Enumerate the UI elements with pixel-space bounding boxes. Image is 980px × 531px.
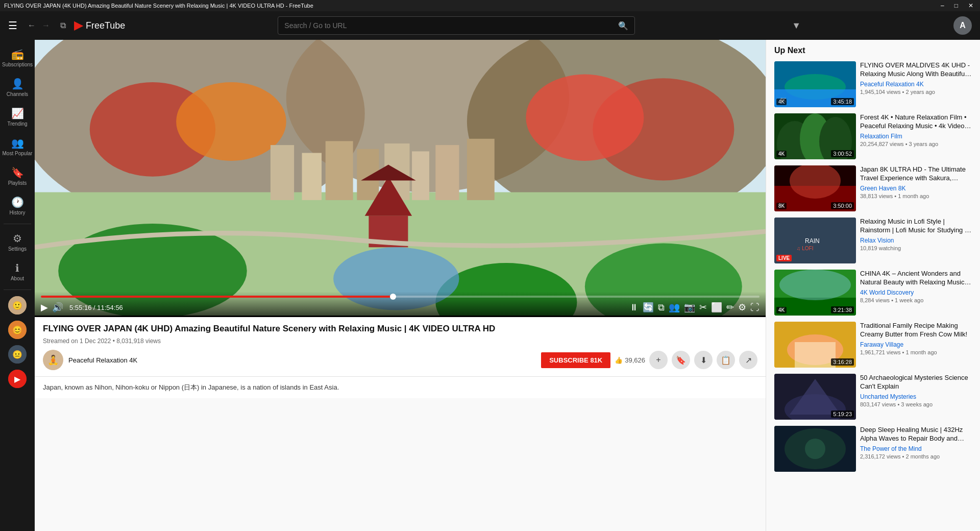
- share-button[interactable]: ↗: [739, 351, 757, 369]
- video-controls: ▶ 🔊 5:55:16 / 11:54:56 ⏸ 🔄 ⧉ 👥: [35, 292, 766, 317]
- channel-avatar-1[interactable]: 🙂: [8, 296, 27, 315]
- rec-title: Relaxing Music in Lofi Style | Rainstorm…: [860, 218, 972, 235]
- like-count: 👍 39,626: [615, 356, 645, 364]
- bookmark-button[interactable]: 🔖: [672, 351, 690, 369]
- rec-info: Traditional Family Recipe Making Creamy …: [860, 322, 972, 368]
- filter-icon[interactable]: ▼: [792, 20, 801, 31]
- settings-icon: ⚙: [13, 232, 22, 245]
- copy-link-button[interactable]: 📋: [717, 351, 735, 369]
- user-avatar[interactable]: A: [953, 16, 972, 35]
- titlebar: FLYING OVER JAPAN (4K UHD) Amazing Beaut…: [0, 0, 980, 11]
- channel-avatar-sm[interactable]: 🧘: [43, 350, 63, 370]
- logo-text: FreeTube: [86, 20, 125, 31]
- recommendation-item[interactable]: Deep Sleep Healing Music | 432Hz Alpha W…: [774, 426, 972, 472]
- fullscreen-button[interactable]: ⛶: [750, 302, 760, 313]
- forward-arrow-icon[interactable]: →: [40, 19, 52, 32]
- recommendation-item[interactable]: 4K 4K 3:45:18 FLYING OVER MALDIVES 4K UH…: [774, 61, 972, 107]
- rec-info: 50 Archaeological Mysteries Science Can'…: [860, 374, 972, 420]
- avatar-letter: A: [960, 21, 966, 30]
- thumbs-up-icon: 👍: [615, 356, 623, 364]
- sidebar-label-history: History: [9, 210, 25, 215]
- close-button[interactable]: ✕: [966, 2, 976, 9]
- rec-meta: 20,254,827 views • 3 years ago: [860, 141, 972, 147]
- sidebar-item-trending[interactable]: 📈 Trending: [0, 103, 35, 131]
- screenshot-button[interactable]: ✂: [699, 302, 707, 313]
- sidebar-item-history[interactable]: 🕐 History: [0, 192, 35, 220]
- recommendation-item[interactable]: 4K 4K 3:00:52 Forest 4K • Nature Relaxat…: [774, 113, 972, 159]
- video-info: FLYING OVER JAPAN (4K UHD) Amazing Beaut…: [35, 317, 766, 377]
- pause-button[interactable]: ⏸: [629, 302, 639, 313]
- window-title: FLYING OVER JAPAN (4K UHD) Amazing Beaut…: [4, 3, 938, 9]
- search-input[interactable]: [284, 21, 614, 30]
- about-icon: ℹ: [15, 262, 19, 274]
- rec-channel: Green Haven 8K: [860, 185, 972, 192]
- rec-info: Deep Sleep Healing Music | 432Hz Alpha W…: [860, 426, 972, 472]
- recommendation-item[interactable]: RAIN♫ LOFI LIVE Relaxing Music in Lofi S…: [774, 218, 972, 263]
- sidebar-item-settings[interactable]: ⚙ Settings: [0, 228, 35, 256]
- add-to-playlist-button[interactable]: +: [649, 351, 668, 369]
- freetube-icon[interactable]: ▶: [8, 370, 27, 388]
- play-button[interactable]: ▶: [41, 302, 48, 313]
- edit-button[interactable]: ✏: [726, 302, 734, 313]
- video-meta: Streamed on 1 Dec 2022 • 8,031,918 views: [43, 337, 757, 345]
- progress-thumb: [390, 294, 396, 300]
- settings-button[interactable]: ⚙: [738, 302, 746, 313]
- recommendation-item[interactable]: 8K 8K 3:50:00 Japan 8K ULTRA HD - The Ul…: [774, 165, 972, 211]
- svg-rect-18: [302, 153, 322, 200]
- sidebar-item-most-popular[interactable]: 👥 Most Popular: [0, 133, 35, 160]
- loop-button[interactable]: 🔄: [643, 302, 654, 313]
- minimize-button[interactable]: –: [938, 2, 947, 9]
- duration-badge: 3:21:38: [831, 306, 854, 313]
- rec-title: Deep Sleep Healing Music | 432Hz Alpha W…: [860, 426, 972, 443]
- copy-url-icon[interactable]: ⧉: [60, 21, 66, 30]
- rec-channel: The Power of the Mind: [860, 445, 972, 452]
- volume-button[interactable]: 🔊: [52, 302, 63, 313]
- main-content: ▶ 🔊 5:55:16 / 11:54:56 ⏸ 🔄 ⧉ 👥: [35, 40, 980, 531]
- rec-thumbnail: 4K 4K 3:00:52: [774, 113, 856, 159]
- window-controls[interactable]: – □ ✕: [938, 2, 976, 9]
- mini-player-button[interactable]: ⬜: [711, 302, 722, 313]
- svg-point-53: [779, 270, 851, 300]
- rec-meta: 38,813 views • 1 month ago: [860, 193, 972, 199]
- rec-channel: Relax Vision: [860, 237, 972, 244]
- back-arrow-icon[interactable]: ←: [26, 19, 38, 32]
- recommendation-item[interactable]: 3:16:28 Traditional Family Recipe Making…: [774, 322, 972, 368]
- hamburger-menu-icon[interactable]: ☰: [8, 19, 17, 32]
- sidebar-label-most-popular: Most Popular: [3, 151, 33, 156]
- recommendation-item[interactable]: 4K 4K 3:21:38 CHINA 4K – Ancient Wonders…: [774, 270, 972, 316]
- maximize-button[interactable]: □: [952, 2, 961, 9]
- sidebar-item-playlists[interactable]: 🔖 Playlists: [0, 162, 35, 190]
- duration-badge: 3:00:52: [831, 150, 854, 157]
- progress-bar[interactable]: [41, 296, 760, 298]
- theater-button[interactable]: 👥: [669, 302, 680, 313]
- svg-point-13: [176, 82, 286, 161]
- search-icon[interactable]: 🔍: [618, 21, 628, 31]
- rec-thumbnail: 4K 4K 3:45:18: [774, 61, 856, 107]
- sidebar-item-channels[interactable]: 👤 Channels: [0, 74, 35, 101]
- logo[interactable]: ▶ FreeTube: [74, 19, 125, 32]
- recommendation-item[interactable]: 5:19:23 50 Archaeological Mysteries Scie…: [774, 374, 972, 420]
- rec-meta: 803,147 views • 3 weeks ago: [860, 401, 972, 407]
- sidebar-divider-2: [4, 289, 31, 290]
- history-icon: 🕐: [11, 196, 24, 208]
- video-player[interactable]: ▶ 🔊 5:55:16 / 11:54:56 ⏸ 🔄 ⧉ 👥: [35, 40, 766, 317]
- video-title: FLYING OVER JAPAN (4K UHD) Amazing Beaut…: [43, 323, 757, 334]
- quality-badge: 4K: [776, 151, 787, 157]
- rec-title: Japan 8K ULTRA HD - The Ultimate Travel …: [860, 165, 972, 183]
- channel-avatar-3[interactable]: 😐: [8, 345, 27, 364]
- pip-button[interactable]: ⧉: [658, 302, 665, 313]
- sidebar-item-subscriptions[interactable]: 📻 Subscriptions: [0, 44, 35, 71]
- channel-avatar-2[interactable]: 😊: [8, 321, 27, 339]
- subscribe-button[interactable]: SUBSCRIBE 81K: [541, 352, 610, 368]
- camera-button[interactable]: 📷: [684, 302, 695, 313]
- sidebar-item-about[interactable]: ℹ About: [0, 258, 35, 285]
- download-button[interactable]: ⬇: [694, 351, 713, 369]
- sidebar-divider: [4, 224, 31, 224]
- rec-thumbnail: 8K 8K 3:50:00: [774, 165, 856, 211]
- rec-info: Relaxing Music in Lofi Style | Rainstorm…: [860, 218, 972, 263]
- svg-text:😊: 😊: [12, 325, 22, 335]
- rec-meta: 1,961,721 views • 1 month ago: [860, 349, 972, 355]
- duration-badge: 3:50:00: [831, 202, 854, 209]
- live-badge: LIVE: [776, 255, 792, 261]
- video-scene: [35, 40, 766, 316]
